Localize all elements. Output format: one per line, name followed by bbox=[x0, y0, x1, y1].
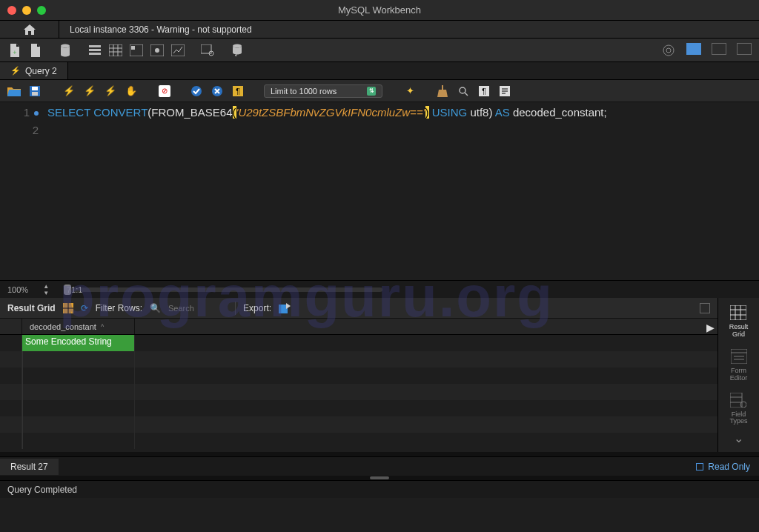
svg-rect-45 bbox=[730, 393, 742, 408]
execute-current-button[interactable]: ⚡ bbox=[83, 84, 96, 98]
secondary-toggle[interactable] bbox=[734, 43, 752, 57]
refresh-icon[interactable]: ⟳ bbox=[81, 303, 88, 313]
schema-button-2[interactable] bbox=[108, 43, 123, 58]
form-icon bbox=[730, 348, 748, 365]
status-text: Query Completed bbox=[7, 485, 77, 495]
table-header: decoded_constant ^ bbox=[0, 319, 717, 335]
svg-rect-3 bbox=[89, 49, 101, 51]
output-toggle[interactable] bbox=[709, 43, 726, 57]
svg-text:¶: ¶ bbox=[482, 87, 485, 96]
result-grid-tab[interactable]: Result Grid bbox=[729, 304, 749, 339]
filter-rows-input[interactable] bbox=[168, 304, 228, 313]
table-row[interactable] bbox=[0, 351, 717, 368]
find-button[interactable] bbox=[457, 84, 470, 98]
zoom-window-button[interactable] bbox=[37, 6, 46, 15]
column-header[interactable]: decoded_constant ^ bbox=[22, 319, 135, 334]
schema-button-4[interactable] bbox=[150, 43, 165, 58]
execute-button[interactable]: ⚡ bbox=[62, 84, 76, 98]
readonly-icon bbox=[696, 463, 703, 471]
wrap-button-2[interactable] bbox=[498, 84, 511, 98]
result-tab[interactable]: Result 27 bbox=[0, 459, 59, 475]
svg-point-48 bbox=[740, 402, 746, 408]
svg-point-1 bbox=[61, 44, 70, 47]
grid-view-icon[interactable] bbox=[63, 303, 73, 313]
query-tabbar: ⚡ Query 2 bbox=[0, 62, 759, 80]
schema-button-5[interactable] bbox=[170, 43, 185, 58]
cell-selected[interactable]: Some Encoded String bbox=[22, 335, 135, 351]
svg-point-19 bbox=[666, 48, 671, 53]
zoom-level[interactable]: 100% bbox=[7, 285, 28, 294]
table-row[interactable] bbox=[0, 384, 717, 400]
result-gridbar: Result Grid ⟳ Filter Rows: 🔍 Export: bbox=[0, 298, 717, 319]
status-bar: Query Completed bbox=[0, 480, 759, 498]
table-row[interactable] bbox=[0, 368, 717, 384]
svg-rect-21 bbox=[32, 87, 38, 90]
filter-rows-label: Filter Rows: bbox=[96, 303, 142, 313]
rollback-button[interactable] bbox=[211, 84, 224, 98]
scrollbar[interactable] bbox=[0, 476, 759, 480]
svg-rect-14 bbox=[171, 44, 185, 56]
svg-rect-22 bbox=[32, 92, 38, 96]
table-row[interactable]: Some Encoded String bbox=[0, 335, 717, 351]
settings-icon[interactable] bbox=[661, 43, 676, 58]
wrap-button-1[interactable]: ¶ bbox=[477, 84, 491, 98]
db-icon[interactable] bbox=[58, 43, 73, 58]
open-file-button[interactable] bbox=[7, 84, 21, 98]
result-table: ▶ decoded_constant ^ Some Encoded String bbox=[0, 319, 717, 452]
readonly-indicator: Read Only bbox=[687, 462, 759, 472]
maximize-icon[interactable] bbox=[700, 303, 710, 313]
zoom-stepper-icon[interactable]: ▲▼ bbox=[43, 283, 49, 296]
new-sql-tab-button[interactable]: + bbox=[7, 43, 22, 58]
svg-point-13 bbox=[155, 48, 159, 53]
save-file-button[interactable] bbox=[28, 84, 42, 98]
limit-label: Limit to 1000 rows bbox=[271, 87, 337, 96]
svg-point-23 bbox=[191, 86, 202, 96]
toggle-whitespace-button[interactable]: ¶ bbox=[231, 84, 245, 98]
query-toolbar: ⚡ ⚡ ⚡ ✋ ⊘ ¶ Limit to 1000 rows ⇅ ✦ ¶ bbox=[0, 80, 759, 102]
export-label: Export: bbox=[243, 303, 271, 313]
execute-explain-button[interactable]: ⚡ bbox=[104, 84, 117, 98]
sql-editor[interactable]: 1 2 SELECT CONVERT(FROM_BASE64('U29tZSBF… bbox=[0, 102, 759, 280]
svg-point-18 bbox=[663, 45, 674, 56]
result-tabbar: Result 27 Read Only bbox=[0, 456, 759, 476]
svg-rect-2 bbox=[89, 45, 101, 47]
sidebar-toggle[interactable] bbox=[683, 43, 701, 57]
search-icon: 🔍 bbox=[150, 303, 161, 313]
table-row[interactable] bbox=[0, 416, 717, 433]
export-icon[interactable] bbox=[279, 303, 291, 313]
zoom-bar: 100% ▲▼ 71:1 bbox=[0, 280, 759, 298]
main-toolbar: + bbox=[0, 39, 759, 62]
chevron-down-icon[interactable]: ⌄ bbox=[734, 431, 743, 445]
beautify-button[interactable]: ✦ bbox=[403, 84, 417, 98]
svg-line-28 bbox=[465, 93, 468, 96]
schema-button-1[interactable] bbox=[87, 43, 102, 58]
svg-rect-5 bbox=[109, 44, 122, 56]
svg-text:+: + bbox=[13, 49, 16, 56]
query-tab[interactable]: ⚡ Query 2 bbox=[0, 62, 68, 79]
field-types-tab[interactable]: Field Types bbox=[729, 391, 747, 426]
toggle-autocommit-button[interactable]: ⊘ bbox=[159, 85, 170, 97]
stop-button[interactable]: ✋ bbox=[125, 84, 138, 98]
schema-button-3[interactable] bbox=[129, 43, 144, 58]
form-editor-tab[interactable]: Form Editor bbox=[730, 348, 748, 382]
open-sql-tab-button[interactable] bbox=[28, 43, 43, 58]
field-types-icon bbox=[729, 391, 747, 409]
limit-rows-dropdown[interactable]: Limit to 1000 rows ⇅ bbox=[264, 84, 382, 98]
svg-text:¶: ¶ bbox=[236, 87, 239, 96]
table-row[interactable] bbox=[0, 400, 717, 416]
clear-button[interactable] bbox=[436, 84, 449, 98]
connection-tab[interactable]: Local instance 3306 - Warning - not supp… bbox=[59, 21, 262, 38]
close-window-button[interactable] bbox=[7, 6, 16, 15]
code-area[interactable]: SELECT CONVERT(FROM_BASE64('U29tZSBFbmNv… bbox=[44, 102, 759, 280]
table-row[interactable] bbox=[0, 433, 717, 449]
grid-icon bbox=[729, 304, 747, 322]
commit-button[interactable] bbox=[190, 84, 203, 98]
db-revert-button[interactable] bbox=[230, 43, 245, 58]
sort-icon: ^ bbox=[101, 323, 104, 330]
traffic-lights bbox=[7, 6, 46, 15]
minimize-window-button[interactable] bbox=[22, 6, 31, 15]
search-table-button[interactable] bbox=[200, 43, 215, 58]
home-tab[interactable] bbox=[0, 21, 59, 38]
expand-arrow-icon[interactable]: ▶ bbox=[706, 322, 715, 333]
zoom-slider[interactable] bbox=[64, 287, 382, 292]
